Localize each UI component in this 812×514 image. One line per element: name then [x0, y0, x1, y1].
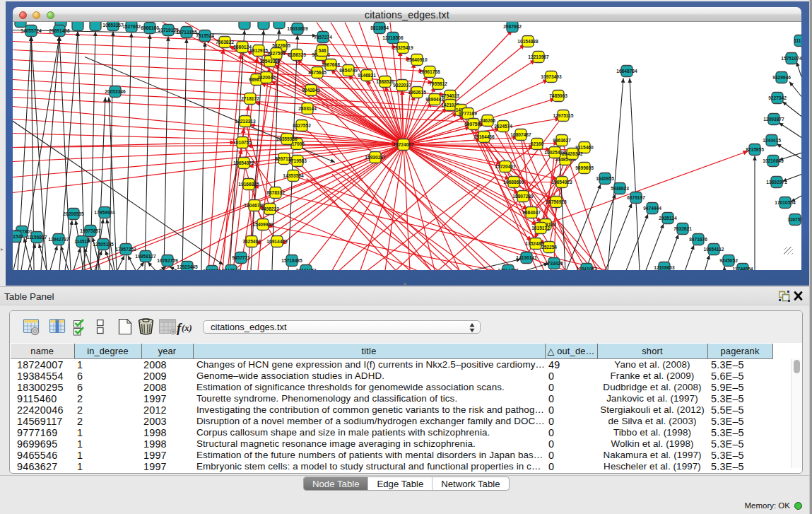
svg-text:9322037: 9322037: [393, 83, 411, 88]
svg-text:2803144: 2803144: [298, 106, 317, 111]
svg-text:15640910: 15640910: [406, 57, 428, 62]
svg-text:5322605: 5322605: [272, 43, 290, 48]
svg-text:7663822: 7663822: [216, 40, 234, 45]
svg-text:15716485: 15716485: [281, 258, 302, 263]
svg-text:2718172: 2718172: [241, 96, 259, 101]
svg-text:9719583: 9719583: [288, 158, 307, 163]
svg-text:1640955: 1640955: [596, 176, 614, 181]
svg-text:12923445: 12923445: [177, 264, 198, 269]
svg-text:20691406: 20691406: [49, 28, 70, 33]
svg-text:6379197: 6379197: [627, 195, 645, 200]
svg-text:9699695: 9699695: [575, 165, 594, 170]
svg-text:16782759: 16782759: [157, 258, 178, 263]
svg-text:8186323: 8186323: [288, 52, 306, 57]
svg-text:18807289: 18807289: [512, 194, 534, 199]
svg-text:20355936: 20355936: [276, 136, 298, 141]
svg-text:8454749: 8454749: [339, 68, 358, 73]
svg-text:7485063: 7485063: [549, 93, 567, 98]
svg-text:15720407: 15720407: [495, 164, 516, 169]
svg-text:15409949: 15409949: [252, 222, 273, 227]
svg-text:10973493: 10973493: [541, 74, 562, 79]
svg-text:12213313: 12213313: [235, 119, 256, 124]
svg-text:8912935: 8912935: [249, 48, 268, 53]
svg-text:8471676: 8471676: [689, 237, 707, 242]
svg-text:11123: 11123: [794, 38, 801, 43]
svg-text:12975115: 12975115: [553, 113, 574, 118]
svg-text:(x): (x): [182, 323, 192, 333]
svg-text:4498222: 4498222: [261, 206, 279, 211]
svg-text:17010554: 17010554: [775, 200, 796, 205]
svg-text:12213967: 12213967: [528, 54, 549, 59]
svg-text:8427552: 8427552: [293, 123, 311, 128]
svg-text:16914479: 16914479: [266, 239, 288, 244]
svg-text:4794023: 4794023: [441, 93, 459, 98]
svg-text:10654112: 10654112: [704, 247, 724, 252]
svg-text:19654923: 19654923: [551, 180, 572, 185]
svg-text:2967608: 2967608: [322, 62, 340, 67]
svg-text:1588520: 1588520: [376, 79, 394, 84]
svg-text:10807487: 10807487: [510, 132, 531, 137]
svg-text:746266: 746266: [480, 118, 495, 123]
svg-text:9474444: 9474444: [643, 206, 661, 211]
svg-text:11156817: 11156817: [27, 235, 47, 240]
svg-text:252254: 252254: [541, 245, 557, 250]
svg-text:10154838: 10154838: [517, 39, 539, 44]
svg-text:19958127: 19958127: [135, 254, 156, 259]
svg-text:16033809: 16033809: [287, 26, 308, 31]
svg-text:9115460: 9115460: [575, 145, 594, 150]
svg-text:8875645: 8875645: [308, 70, 326, 75]
svg-text:8813054: 8813054: [370, 25, 389, 30]
svg-text:13325419: 13325419: [392, 45, 413, 50]
svg-text:8419610: 8419610: [222, 268, 240, 271]
svg-text:12942737: 12942737: [48, 237, 69, 242]
svg-text:12093877: 12093877: [763, 117, 784, 122]
svg-text:9390443: 9390443: [425, 97, 444, 102]
svg-text:20441152: 20441152: [296, 268, 317, 271]
svg-text:15751074: 15751074: [781, 56, 801, 61]
svg-text:9867825: 9867825: [203, 269, 221, 271]
svg-text:12614226: 12614226: [498, 268, 519, 271]
svg-text:15930287: 15930287: [365, 155, 386, 160]
svg-text:1615172: 1615172: [531, 226, 550, 230]
svg-text:16713155: 16713155: [176, 30, 197, 35]
svg-text:7625402: 7625402: [242, 239, 261, 244]
svg-text:2087682: 2087682: [503, 24, 522, 29]
svg-text:19654975: 19654975: [233, 160, 254, 165]
svg-text:13692971: 13692971: [766, 180, 787, 185]
svg-text:14353594: 14353594: [283, 173, 304, 178]
svg-text:9463627: 9463627: [553, 138, 571, 143]
svg-text:7515524: 7515524: [196, 33, 214, 38]
svg-text:14136141: 14136141: [516, 255, 537, 260]
svg-text:1527602: 1527602: [122, 24, 141, 29]
svg-text:16648784: 16648784: [616, 69, 637, 74]
svg-text:10210643: 10210643: [763, 158, 784, 163]
svg-text:8878332: 8878332: [266, 190, 285, 195]
svg-text:9327503: 9327503: [267, 51, 286, 56]
svg-text:9329946: 9329946: [772, 75, 791, 80]
svg-text:10341057: 10341057: [576, 267, 597, 271]
svg-text:9777169: 9777169: [459, 111, 477, 116]
svg-text:12505135: 12505135: [93, 242, 114, 247]
svg-text:9245052: 9245052: [719, 258, 738, 263]
svg-text:2935114: 2935114: [659, 216, 677, 221]
svg-text:14055724: 14055724: [20, 28, 42, 33]
svg-text:6966160: 6966160: [141, 25, 159, 30]
svg-text:19975857: 19975857: [80, 228, 101, 233]
svg-text:5938923: 5938923: [611, 186, 629, 191]
svg-text:3624574: 3624574: [494, 124, 512, 129]
svg-text:7955812: 7955812: [429, 81, 447, 86]
svg-text:7632621: 7632621: [673, 226, 692, 231]
svg-text:20164436: 20164436: [473, 134, 495, 139]
svg-text:62160: 62160: [531, 141, 544, 146]
svg-text:12108603: 12108603: [654, 265, 675, 270]
svg-text:17959924: 17959924: [94, 210, 115, 215]
svg-text:1733426: 1733426: [545, 261, 563, 266]
svg-text:1362615: 1362615: [408, 90, 426, 95]
svg-text:19166825: 19166825: [238, 182, 259, 187]
svg-text:114519: 114519: [74, 239, 90, 244]
svg-text:16961758: 16961758: [419, 69, 440, 74]
svg-text:20053346: 20053346: [105, 89, 126, 94]
svg-text:9242843: 9242843: [302, 88, 320, 93]
svg-text:20206535: 20206535: [63, 211, 84, 216]
svg-text:9457771: 9457771: [232, 255, 250, 260]
